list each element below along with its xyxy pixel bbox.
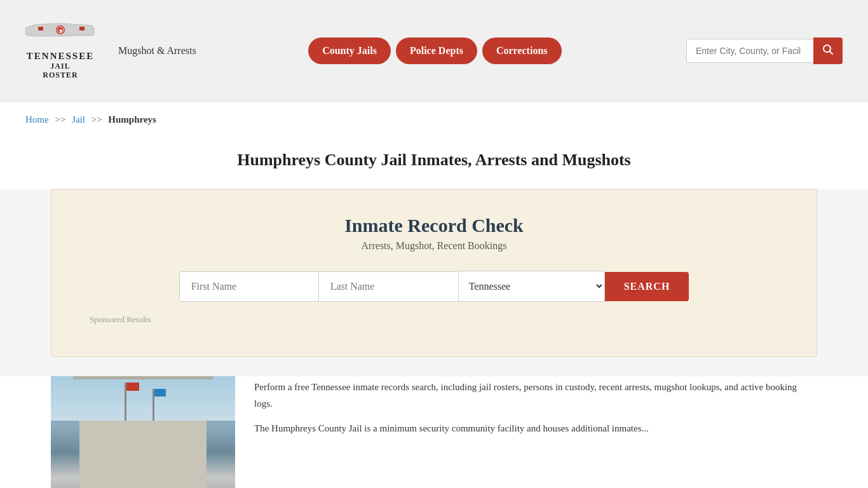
police-depts-button[interactable]: Police Depts (396, 37, 477, 64)
flagpole-1 (125, 383, 126, 421)
record-check-box: Inmate Record Check Arrests, Mugshot, Re… (51, 189, 817, 357)
header-search-input[interactable] (686, 39, 813, 63)
breadcrumb-current: Humphreys (108, 114, 156, 125)
inmate-search-button[interactable]: SEARCH (605, 272, 689, 301)
content-paragraph-1: Perform a free Tennessee inmate records … (254, 379, 817, 412)
content-section: Perform a free Tennessee inmate records … (0, 376, 868, 488)
state-select[interactable]: TennesseeAlabamaAlaskaArizonaArkansasCal… (459, 271, 605, 302)
inmate-search-form: TennesseeAlabamaAlaskaArizonaArkansasCal… (83, 271, 785, 302)
site-header: ★ TENNESSEE JAIL ROSTER Mugshot & Arrest… (0, 0, 868, 102)
breadcrumb-sep2: >> (92, 114, 102, 125)
logo-tennessee: TENNESSEE (27, 50, 94, 62)
content-paragraph-2: The Humphreys County Jail is a minimum s… (254, 421, 817, 437)
page-title-section: Humphreys County Jail Inmates, Arrests a… (0, 138, 868, 189)
breadcrumb-home[interactable]: Home (25, 114, 49, 125)
breadcrumb: Home >> Jail >> Humphreys (0, 102, 868, 138)
content-text: Perform a free Tennessee inmate records … (254, 376, 817, 488)
record-check-title: Inmate Record Check (83, 215, 785, 236)
flag-1 (126, 383, 139, 391)
first-name-input[interactable] (179, 271, 319, 302)
corrections-button[interactable]: Corrections (482, 37, 562, 64)
header-search-button[interactable] (813, 37, 843, 64)
header-search-area (686, 37, 843, 64)
page-title: Humphreys County Jail Inmates, Arrests a… (25, 151, 843, 170)
sky-background (51, 376, 235, 421)
logo-text: TENNESSEE JAIL ROSTER (27, 50, 94, 80)
building-top (73, 376, 213, 379)
nav-buttons: County Jails Police Depts Corrections (308, 37, 561, 64)
site-logo[interactable]: ★ TENNESSEE JAIL ROSTER (25, 22, 95, 80)
breadcrumb-sep1: >> (55, 114, 65, 125)
tn-state-shape-icon: ★ (25, 22, 95, 50)
svg-text:★: ★ (58, 28, 64, 34)
flag-2 (154, 389, 166, 396)
jail-building-image (51, 376, 235, 488)
search-icon (822, 44, 834, 55)
logo-area: ★ TENNESSEE JAIL ROSTER Mugshot & Arrest… (25, 22, 196, 80)
svg-line-7 (830, 51, 833, 54)
svg-rect-5 (79, 27, 85, 30)
last-name-input[interactable] (319, 271, 459, 302)
mugshot-arrests-link[interactable]: Mugshot & Arrests (118, 45, 196, 57)
county-jails-button[interactable]: County Jails (308, 37, 391, 64)
svg-rect-4 (38, 27, 43, 30)
building-facade (79, 421, 207, 488)
record-check-subtitle: Arrests, Mugshot, Recent Bookings (83, 240, 785, 252)
logo-roster: ROSTER (27, 71, 94, 79)
flagpole-2 (153, 389, 154, 421)
breadcrumb-jail[interactable]: Jail (72, 114, 85, 125)
sponsored-label: Sponsored Results (83, 315, 785, 325)
logo-jail: JAIL (27, 62, 94, 71)
